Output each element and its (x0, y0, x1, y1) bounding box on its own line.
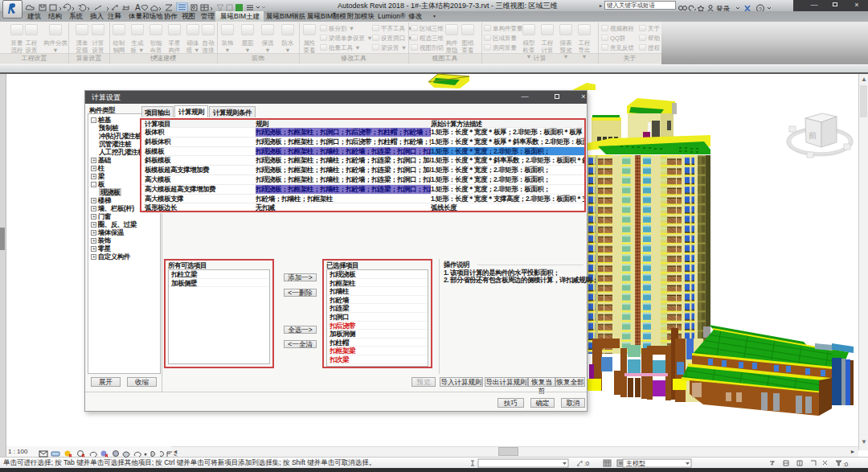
svg-text::0: :0 (843, 461, 848, 468)
svg-text::0: :0 (584, 460, 589, 467)
svg-text:主模型: 主模型 (625, 460, 645, 467)
svg-text:<: < (174, 451, 178, 458)
svg-text:前: 前 (809, 131, 817, 140)
